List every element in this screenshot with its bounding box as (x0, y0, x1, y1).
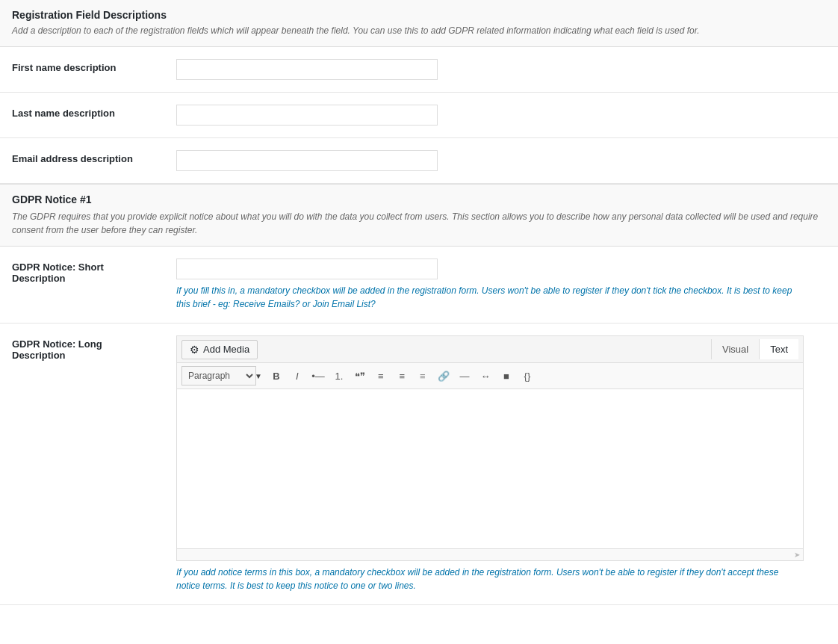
section-title: Registration Field Descriptions (12, 9, 826, 21)
gdpr-section-header: GDPR Notice #1 The GDPR requires that yo… (0, 184, 838, 247)
unordered-list-button[interactable]: •— (308, 366, 328, 386)
code-button[interactable]: {} (518, 366, 537, 386)
page-wrapper: Registration Field Descriptions Add a de… (0, 0, 838, 644)
table-row: Last name description (0, 93, 838, 138)
gdpr-long-desc-label: GDPR Notice: Long Description (0, 323, 164, 605)
gdpr-form-table: GDPR Notice: Short Description If you fi… (0, 247, 838, 605)
align-right-button[interactable]: ≡ (413, 366, 432, 386)
editor-content[interactable] (177, 389, 803, 546)
table-row: GDPR Notice: Short Description If you fi… (0, 247, 838, 323)
add-media-button[interactable]: ⚙ Add Media (181, 340, 258, 359)
tab-visual[interactable]: Visual (711, 339, 759, 359)
add-media-label: Add Media (203, 344, 249, 355)
section-header: Registration Field Descriptions Add a de… (0, 0, 838, 47)
last-name-input-cell (164, 93, 838, 138)
gdpr-section-title: GDPR Notice #1 (12, 193, 826, 205)
email-address-label: Email address description (0, 138, 164, 184)
table-button[interactable]: ■ (497, 366, 516, 386)
editor-tabs: Visual Text (711, 339, 798, 359)
last-name-label: Last name description (0, 93, 164, 138)
horizontal-rule-button[interactable]: ― (455, 366, 474, 386)
tab-text[interactable]: Text (759, 339, 798, 359)
editor-resize-handle: ➤ (177, 548, 803, 560)
fullscreen-button[interactable]: ↔ (476, 366, 495, 386)
email-address-input-cell (164, 138, 838, 184)
blockquote-button[interactable]: ❝❞ (350, 366, 370, 386)
add-media-icon: ⚙ (190, 344, 199, 356)
italic-button[interactable]: I (288, 366, 307, 386)
last-name-description-input[interactable] (176, 105, 438, 126)
bold-button[interactable]: B (267, 366, 286, 386)
resize-icon: ➤ (794, 551, 800, 559)
gdpr-section-description: The GDPR requires that you provide expli… (12, 210, 826, 237)
section-description: Add a description to each of the registr… (12, 24, 826, 37)
table-row: GDPR Notice: Long Description ⚙ Add Medi… (0, 323, 838, 605)
form-table: First name description Last name descrip… (0, 47, 838, 184)
email-address-description-input[interactable] (176, 150, 438, 171)
align-center-button[interactable]: ≡ (392, 366, 412, 386)
gdpr-short-desc-hint: If you fill this in, a mandatory checkbo… (176, 284, 796, 311)
gdpr-short-desc-label: GDPR Notice: Short Description (0, 247, 164, 323)
first-name-label: First name description (0, 47, 164, 93)
link-button[interactable]: 🔗 (434, 366, 453, 386)
gdpr-short-description-input[interactable] (176, 258, 438, 279)
gdpr-short-desc-input-cell: If you fill this in, a mandatory checkbo… (164, 247, 838, 323)
gdpr-long-desc-input-cell: ⚙ Add Media Visual Text (164, 323, 838, 605)
editor-container: ⚙ Add Media Visual Text (176, 335, 804, 561)
ordered-list-button[interactable]: 1. (329, 366, 349, 386)
format-dropdown-icon: ▼ (255, 372, 262, 380)
table-row: First name description (0, 47, 838, 93)
align-left-button[interactable]: ≡ (371, 366, 391, 386)
gdpr-long-desc-hint: If you add notice terms in this box, a m… (176, 566, 796, 592)
first-name-description-input[interactable] (176, 59, 438, 80)
add-media-bar: ⚙ Add Media (181, 340, 258, 359)
first-name-input-cell (164, 47, 838, 93)
editor-toolbar: Paragraph Heading 1 Heading 2 Heading 3 … (177, 363, 803, 389)
table-row: Email address description (0, 138, 838, 184)
format-select[interactable]: Paragraph Heading 1 Heading 2 Heading 3 … (181, 366, 256, 386)
